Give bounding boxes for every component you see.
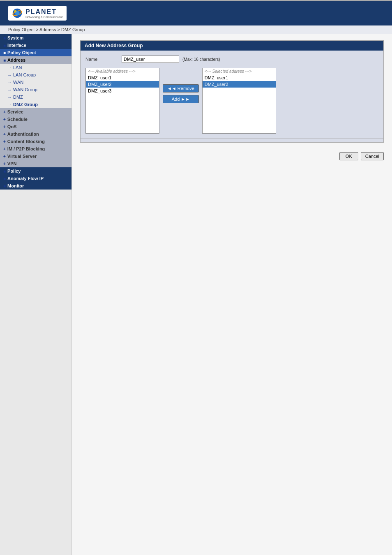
available-header: <--- Available address ---> xyxy=(86,68,159,74)
sidebar-auth-label: Authentication xyxy=(7,132,39,136)
wan-icon: → xyxy=(7,80,12,85)
selected-item-dmz-user2[interactable]: DMZ_user2 xyxy=(203,81,276,88)
content-area: Add New Address Group Name (Max: 16 char… xyxy=(72,34,392,555)
form-card-header: Add New Address Group xyxy=(81,41,383,51)
sidebar-item-policy[interactable]: ■ Policy xyxy=(0,167,71,175)
sidebar-item-schedule[interactable]: + Schedule xyxy=(0,116,71,123)
schedule-icon: + xyxy=(3,117,6,122)
sidebar-im-p2p-label: IM / P2P Blocking xyxy=(7,146,45,151)
breadcrumb-text: Policy Object > Address > DMZ Group xyxy=(8,27,85,32)
action-row: OK Cancel xyxy=(80,149,384,164)
selected-item-dmz-user1[interactable]: DMZ_user1 xyxy=(203,74,276,81)
ok-button-label: OK xyxy=(346,154,352,159)
ok-button[interactable]: OK xyxy=(339,152,358,160)
cancel-button[interactable]: Cancel xyxy=(361,152,384,160)
sidebar-item-vpn[interactable]: + VPN xyxy=(0,160,71,167)
monitor-icon: ■ xyxy=(3,184,6,188)
sidebar-item-virtual-server[interactable]: + Virtual Server xyxy=(0,153,71,160)
lan-icon: → xyxy=(7,65,12,70)
name-hint: (Max: 16 characters) xyxy=(182,57,220,62)
sidebar-qos-label: QoS xyxy=(7,124,17,129)
sidebar-lan-label: LAN xyxy=(13,65,22,70)
dmz-group-icon: → xyxy=(7,102,12,107)
sidebar-lan-group-label: LAN Group xyxy=(13,72,36,77)
sidebar-item-wan[interactable]: → WAN xyxy=(0,79,71,86)
sidebar-item-service[interactable]: + Service xyxy=(0,108,71,116)
logo-subtitle-text: Networking & Communication xyxy=(25,16,63,18)
selected-address-list[interactable]: <--- Selected address ---> DMZ_user1 DMZ… xyxy=(202,68,276,134)
breadcrumb: Policy Object > Address > DMZ Group xyxy=(0,25,392,34)
policy-icon: ■ xyxy=(3,169,6,173)
sidebar-item-system[interactable]: ■ System xyxy=(0,34,71,42)
cancel-button-label: Cancel xyxy=(365,154,379,159)
sidebar-item-qos[interactable]: + QoS xyxy=(0,123,71,130)
dmz-icon: → xyxy=(7,95,12,99)
wan-group-icon: → xyxy=(7,88,12,92)
remove-button-label: ◄◄ Remove xyxy=(167,86,194,91)
add-button-label: Add ►► xyxy=(172,97,190,102)
form-footer xyxy=(81,139,383,142)
sidebar-item-authentication[interactable]: + Authentication xyxy=(0,130,71,138)
sidebar-item-im-p2p[interactable]: + IM / P2P Blocking xyxy=(0,145,71,153)
sidebar-item-lan-group[interactable]: → LAN Group xyxy=(0,71,71,79)
name-input[interactable] xyxy=(122,56,179,63)
available-address-list[interactable]: <--- Available address ---> DMZ_user1 DM… xyxy=(85,68,159,134)
sidebar-item-policy-object[interactable]: ■ Policy Object xyxy=(0,49,71,56)
available-item-dmz-user2[interactable]: DMZ_user2 xyxy=(86,81,159,88)
sidebar-content-blocking-label: Content Blocking xyxy=(7,139,45,144)
address-group-row: <--- Available address ---> DMZ_user1 DM… xyxy=(85,68,378,134)
qos-icon: + xyxy=(3,125,6,129)
system-icon: ■ xyxy=(3,36,6,40)
sidebar-item-lan[interactable]: → LAN xyxy=(0,64,71,71)
sidebar-item-dmz-group[interactable]: → DMZ Group xyxy=(0,101,71,108)
anomaly-icon: ■ xyxy=(3,176,6,181)
sidebar-wan-group-label: WAN Group xyxy=(13,87,37,92)
im-p2p-icon: + xyxy=(3,147,6,151)
logo-text-area: PLANET Networking & Communication xyxy=(25,8,63,18)
content-blocking-icon: + xyxy=(3,139,6,144)
sidebar-policy-object-label: Policy Object xyxy=(7,50,36,55)
sidebar-item-interface[interactable]: ■ Interface xyxy=(0,42,71,49)
virtual-server-icon: + xyxy=(3,154,6,159)
policy-object-icon: ■ xyxy=(3,51,6,55)
sidebar-item-dmz[interactable]: → DMZ xyxy=(0,93,71,101)
selected-header: <--- Selected address ---> xyxy=(203,68,276,74)
main-layout: ■ System ■ Interface ■ Policy Object ■ A… xyxy=(0,34,392,555)
header: PLANET Networking & Communication xyxy=(0,1,392,25)
sidebar-item-wan-group[interactable]: → WAN Group xyxy=(0,86,71,93)
interface-icon: ■ xyxy=(3,43,6,48)
sidebar-dmz-group-label: DMZ Group xyxy=(13,102,38,107)
svg-point-3 xyxy=(14,10,17,13)
form-title: Add New Address Group xyxy=(85,43,143,49)
sidebar-vpn-label: VPN xyxy=(7,161,17,166)
sidebar-wan-label: WAN xyxy=(13,80,23,85)
add-button[interactable]: Add ►► xyxy=(163,95,199,103)
sidebar-interface-label: Interface xyxy=(7,43,26,48)
name-row: Name (Max: 16 characters) xyxy=(85,56,378,63)
auth-icon: + xyxy=(3,132,6,136)
logo-planet-text: PLANET xyxy=(25,8,63,16)
sidebar-anomaly-label: Anomaly Flow IP xyxy=(7,176,44,181)
form-card: Add New Address Group Name (Max: 16 char… xyxy=(80,40,384,143)
sidebar-monitor-label: Monitor xyxy=(7,183,24,188)
sidebar-item-monitor[interactable]: ■ Monitor xyxy=(0,182,71,190)
sidebar-address-label: Address xyxy=(7,58,25,62)
sidebar-item-anomaly-flow-ip[interactable]: ■ Anomaly Flow IP xyxy=(0,175,71,182)
available-item-dmz-user3[interactable]: DMZ_user3 xyxy=(86,88,159,94)
sidebar: ■ System ■ Interface ■ Policy Object ■ A… xyxy=(0,34,72,555)
buttons-column: ◄◄ Remove Add ►► xyxy=(163,68,199,103)
sidebar-item-content-blocking[interactable]: + Content Blocking xyxy=(0,138,71,145)
sidebar-virtual-server-label: Virtual Server xyxy=(7,154,37,159)
vpn-icon: + xyxy=(3,162,6,166)
sidebar-policy-label: Policy xyxy=(7,169,21,173)
lan-group-icon: → xyxy=(7,73,12,77)
available-item-dmz-user1[interactable]: DMZ_user1 xyxy=(86,74,159,81)
service-icon: + xyxy=(3,110,6,114)
remove-button[interactable]: ◄◄ Remove xyxy=(163,84,199,92)
logo-area: PLANET Networking & Communication xyxy=(8,6,67,21)
form-card-body: Name (Max: 16 characters) <--- Available… xyxy=(81,51,383,139)
sidebar-system-label: System xyxy=(7,35,23,40)
sidebar-item-address[interactable]: ■ Address xyxy=(0,56,71,64)
sidebar-service-label: Service xyxy=(7,109,23,114)
sidebar-schedule-label: Schedule xyxy=(7,117,28,122)
